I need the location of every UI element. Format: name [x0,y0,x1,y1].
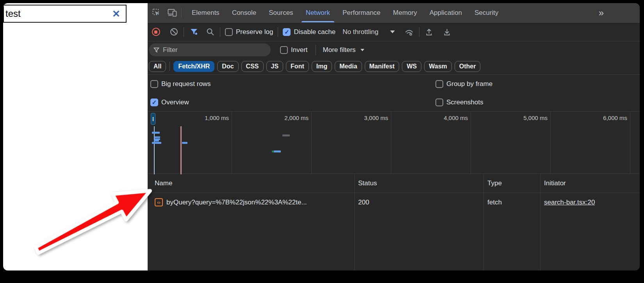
chip-media[interactable]: Media [335,61,362,72]
timeline-section: 5,000 ms [471,112,551,174]
chip-css[interactable]: CSS [241,61,264,72]
more-tabs-icon[interactable]: » [599,7,603,18]
big-request-rows-checkbox[interactable] [150,80,158,88]
timeline-section: 3,000 ms [312,112,391,174]
chip-fetch-xhr[interactable]: Fetch/XHR [173,61,214,72]
request-bar [182,142,187,144]
column-header-status[interactable]: Status [358,174,377,193]
options-row-1: Big request rows Group by frame [148,75,640,93]
preserve-log-label[interactable]: Preserve log [236,28,273,36]
device-toolbar-icon[interactable] [167,8,177,18]
chip-wasm[interactable]: Wasm [424,61,452,72]
clear-network-log-icon[interactable] [169,27,179,37]
clear-search-icon[interactable]: ✕ [112,9,120,19]
chip-all[interactable]: All [149,61,166,72]
throttling-dropdown-icon[interactable] [390,30,395,33]
tab-application[interactable]: Application [423,3,468,22]
invert-checkbox[interactable] [280,46,288,54]
record-network-log-icon[interactable] [151,27,161,37]
funnel-icon [153,47,159,53]
timeline-section: 4,000 ms [391,112,471,174]
screenshots-label[interactable]: Screenshots [446,99,483,106]
chip-ws[interactable]: WS [402,61,421,72]
timeline-filler [630,112,640,174]
browser-window: ✕ Elements Console Sources Network Perfo… [3,3,640,270]
divider [169,62,170,71]
divider [184,27,184,37]
timeline-section: 6,000 ms [551,112,630,174]
chip-other[interactable]: Other [455,61,481,72]
divider [316,45,316,55]
chip-font[interactable]: Font [286,61,309,72]
inspect-element-icon[interactable] [152,8,162,18]
overview-drag-handle[interactable] [151,113,155,125]
fetch-xhr-icon [155,198,163,206]
chip-doc[interactable]: Doc [217,61,238,72]
filter-row: Invert More filters [148,41,640,58]
throttling-select[interactable]: No throttling [343,28,378,36]
more-filters-dropdown-icon[interactable] [360,49,364,51]
tab-elements[interactable]: Elements [186,3,226,22]
filter-toggle-icon[interactable] [189,27,199,37]
network-overview-timeline[interactable]: 1,000 ms 2,000 ms 3,000 ms 4,000 ms 5,00… [148,111,640,174]
request-bar [154,136,160,138]
invert-label[interactable]: Invert [291,46,308,54]
web-page: ✕ [3,3,148,270]
request-bar [154,140,159,142]
options-row-2: Overview Screenshots [148,93,640,111]
column-header-initiator[interactable]: Initiator [544,174,566,193]
network-conditions-icon[interactable] [404,27,414,37]
disable-cache-checkbox[interactable] [283,28,291,36]
divider [278,27,278,37]
timeline-section: 2,000 ms [232,112,312,174]
request-type-filters: All Fetch/XHR Doc CSS JS Font Img Media … [148,58,640,75]
request-bar [274,150,281,152]
tab-console[interactable]: Console [226,3,262,22]
group-by-frame-checkbox[interactable] [435,80,443,88]
filter-input[interactable] [163,46,257,54]
divider [220,27,220,37]
search-bar: ✕ [3,5,127,23]
request-bar-pending [282,134,290,136]
table-row[interactable]: byQuery?query=%7B%22json%22%3A%22te... 2… [148,193,640,211]
request-bar [152,142,161,144]
tab-performance[interactable]: Performance [336,3,387,22]
chip-js[interactable]: JS [266,61,284,72]
more-filters-button[interactable]: More filters [323,46,356,54]
overview-checkbox[interactable] [150,99,158,106]
network-toolbar: Preserve log Disable cache No throttling [148,23,640,41]
filter-input-pill [149,43,271,56]
chip-manifest[interactable]: Manifest [365,61,400,72]
export-har-icon[interactable] [442,27,452,37]
request-initiator-link[interactable]: search-bar.tsx:20 [544,199,595,206]
column-header-type[interactable]: Type [487,174,502,193]
tab-network[interactable]: Network [300,3,336,22]
import-har-icon[interactable] [424,27,434,37]
column-header-name[interactable]: Name [155,174,172,193]
tab-memory[interactable]: Memory [387,3,423,22]
devtools-panel: Elements Console Sources Network Perform… [148,3,640,270]
search-input[interactable] [5,8,95,19]
request-status: 200 [358,193,369,211]
screenshots-checkbox[interactable] [435,99,443,106]
tab-sources[interactable]: Sources [262,3,299,22]
request-type: fetch [487,193,502,211]
chip-img[interactable]: Img [312,61,332,72]
load-event-marker [180,126,182,174]
preserve-log-checkbox[interactable] [225,28,233,36]
group-by-frame-label[interactable]: Group by frame [446,80,492,88]
devtools-tab-bar: Elements Console Sources Network Perform… [148,3,640,23]
divider [419,27,419,37]
network-requests-table: Name Status Type Initiator byQuery?query… [148,174,640,270]
request-name[interactable]: byQuery?query=%7B%22json%22%3A%22te... [166,199,307,206]
request-bar [152,132,160,134]
disable-cache-label[interactable]: Disable cache [294,28,335,36]
big-request-rows-label[interactable]: Big request rows [161,80,211,88]
divider [181,8,182,18]
table-header: Name Status Type Initiator [148,174,640,193]
tab-security[interactable]: Security [468,3,505,22]
search-network-icon[interactable] [205,27,215,37]
overview-label[interactable]: Overview [161,99,189,106]
